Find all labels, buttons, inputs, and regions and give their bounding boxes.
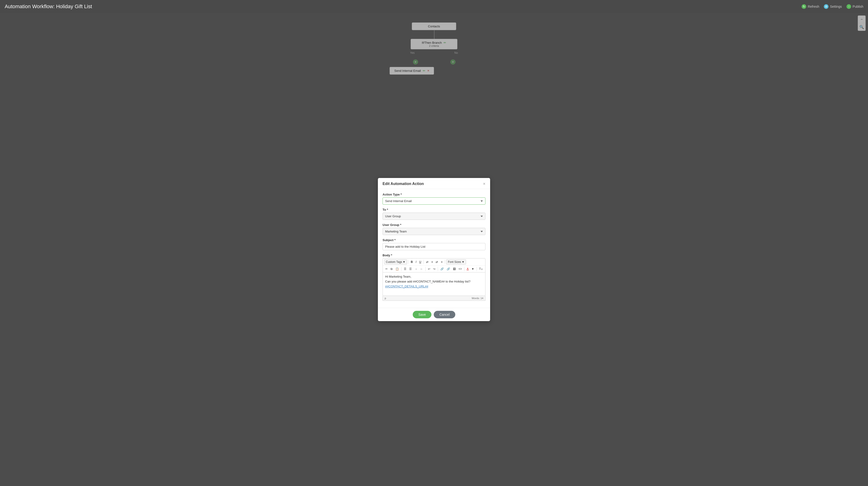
ul-button[interactable]: ☰ bbox=[403, 267, 408, 271]
indent-button[interactable]: → bbox=[413, 267, 418, 271]
copy-button[interactable]: ⧉ bbox=[389, 267, 394, 271]
publish-icon: ↑ bbox=[846, 4, 851, 9]
body-label: Body * bbox=[382, 253, 486, 257]
editor-body[interactable]: Hi Marketing Team, Can you please add ##… bbox=[382, 272, 486, 296]
font-color-dropdown-button[interactable]: ▼ bbox=[470, 267, 475, 271]
body-line-2: Can you please add ##CONTACT_NAME## to t… bbox=[385, 280, 483, 283]
image-button[interactable]: 🖼 bbox=[452, 267, 457, 271]
italic-button[interactable]: I bbox=[414, 260, 417, 264]
edit-automation-modal: Edit Automation Action × Action Type * S… bbox=[378, 178, 490, 321]
align-justify-button[interactable]: ≡ bbox=[440, 260, 443, 264]
toolbar-row-1: Custom Tags ▼ B I U ⇄ ≡ ⇄ ≡ bbox=[383, 259, 485, 266]
body-line-1: Hi Marketing Team, bbox=[385, 275, 483, 278]
top-actions: ↻ Refresh ⚙ Settings ↑ Publish bbox=[802, 4, 863, 9]
subject-input[interactable] bbox=[382, 243, 486, 250]
toolbar-sep-8 bbox=[476, 267, 477, 271]
font-color-button[interactable]: A bbox=[466, 267, 470, 271]
action-type-group: Action Type * Send Internal Email Send E… bbox=[382, 193, 486, 205]
unlink-button[interactable]: 🔗 bbox=[445, 267, 451, 271]
modal-title: Edit Automation Action bbox=[382, 182, 424, 186]
font-sizes-button[interactable]: Font Sizes ▼ bbox=[446, 260, 466, 265]
toolbar-sep-3 bbox=[445, 260, 445, 264]
page-title: Automation Workflow: Holiday Gift List bbox=[5, 3, 92, 9]
redo-button[interactable]: ↪ bbox=[432, 267, 437, 271]
align-right-button[interactable]: ⇄ bbox=[434, 260, 439, 264]
source-button[interactable]: <> bbox=[457, 267, 463, 271]
body-group: Body * Custom Tags ▼ B I U bbox=[382, 253, 486, 301]
align-center-button[interactable]: ≡ bbox=[430, 260, 434, 264]
action-type-label: Action Type * bbox=[382, 193, 486, 196]
custom-tags-button[interactable]: Custom Tags ▼ bbox=[384, 260, 407, 265]
align-left-button[interactable]: ⇄ bbox=[425, 260, 430, 264]
toolbar-sep-6 bbox=[438, 267, 438, 271]
modal-body: Action Type * Send Internal Email Send E… bbox=[378, 189, 490, 308]
ol-button[interactable]: ☰ bbox=[408, 267, 413, 271]
toolbar-sep-4 bbox=[401, 267, 402, 271]
action-type-select[interactable]: Send Internal Email Send Email Add Tag R… bbox=[382, 198, 486, 205]
modal-footer: Save Cancel bbox=[378, 308, 490, 321]
toolbar-row-2: ✂ ⧉ 📋 ☰ ☰ → ← ↩ ↪ 🔗 bbox=[383, 266, 485, 272]
settings-button[interactable]: ⚙ Settings bbox=[824, 4, 842, 9]
outdent-button[interactable]: ← bbox=[419, 267, 424, 271]
settings-icon: ⚙ bbox=[824, 4, 829, 9]
editor-toolbar: Custom Tags ▼ B I U ⇄ ≡ ⇄ ≡ bbox=[382, 258, 486, 272]
top-bar: Automation Workflow: Holiday Gift List ↻… bbox=[0, 0, 868, 13]
to-label: To * bbox=[382, 208, 486, 211]
underline-button[interactable]: U bbox=[418, 260, 423, 264]
publish-button[interactable]: ↑ Publish bbox=[846, 4, 863, 9]
link-button[interactable]: 🔗 bbox=[439, 267, 445, 271]
subject-group: Subject * bbox=[382, 238, 486, 250]
body-link-line: ##CONTACT_DETAILS_URL## bbox=[385, 285, 483, 288]
user-group-group: User Group * Marketing Team Sales Team S… bbox=[382, 223, 486, 235]
cut-button[interactable]: ✂ bbox=[384, 267, 389, 271]
save-button[interactable]: Save bbox=[413, 311, 431, 318]
refresh-button[interactable]: ↻ Refresh bbox=[802, 4, 819, 9]
toolbar-sep-5 bbox=[425, 267, 426, 271]
contact-details-link[interactable]: ##CONTACT_DETAILS_URL## bbox=[385, 285, 428, 288]
to-group: To * User Group Specific User Contact Ow… bbox=[382, 208, 486, 220]
to-select[interactable]: User Group Specific User Contact Owner bbox=[382, 213, 486, 220]
modal-close-button[interactable]: × bbox=[483, 182, 486, 186]
cancel-button[interactable]: Cancel bbox=[434, 311, 455, 318]
clear-format-button[interactable]: Tx bbox=[478, 267, 484, 271]
modal-header: Edit Automation Action × bbox=[378, 178, 490, 189]
editor-footer: p Words: 14 bbox=[382, 296, 486, 301]
modal-overlay: Edit Automation Action × Action Type * S… bbox=[0, 13, 868, 486]
undo-button[interactable]: ↩ bbox=[427, 267, 431, 271]
canvas-area: Contacts If/Then Branch ✏ 2 criteria Yes… bbox=[0, 13, 868, 486]
refresh-icon: ↻ bbox=[802, 4, 806, 9]
paste-button[interactable]: 📋 bbox=[394, 267, 400, 271]
user-group-select[interactable]: Marketing Team Sales Team Support Team bbox=[382, 228, 486, 235]
subject-label: Subject * bbox=[382, 238, 486, 242]
bold-button[interactable]: B bbox=[410, 260, 414, 264]
user-group-label: User Group * bbox=[382, 223, 486, 226]
